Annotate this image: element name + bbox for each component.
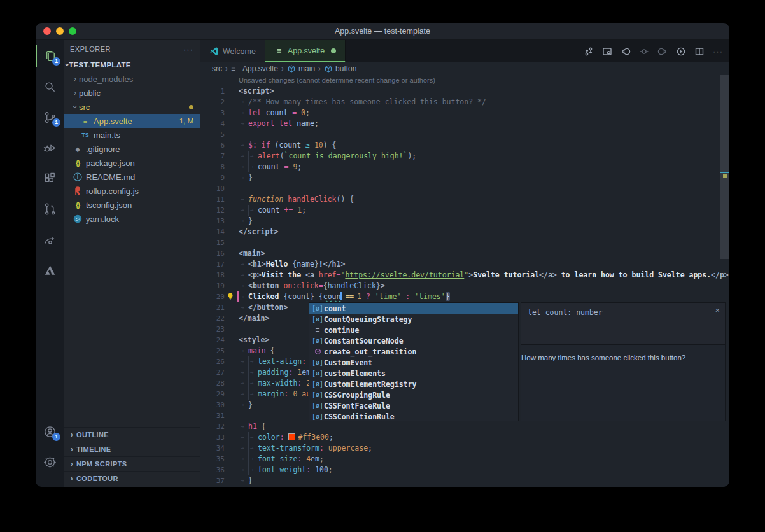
suggestion-count[interactable]: [ø]count xyxy=(309,303,518,314)
code-line[interactable]: 3let count = 0; xyxy=(200,108,729,118)
activity-live-share[interactable] xyxy=(36,228,64,250)
code-line[interactable]: 4export let name; xyxy=(200,118,729,129)
close-icon[interactable]: × xyxy=(715,305,720,315)
code-line[interactable]: 19<button on:click={handleClick}> xyxy=(200,281,729,291)
code-line[interactable]: 1<script> xyxy=(200,86,729,97)
code-line[interactable]: 2/** How many times has someone clicked … xyxy=(200,97,729,108)
code-line[interactable]: 32h1 { xyxy=(200,421,729,432)
open-preview-icon[interactable] xyxy=(602,46,612,57)
breadcrumb-button[interactable]: button xyxy=(324,64,356,73)
tour-back-icon[interactable] xyxy=(621,46,631,57)
token: = xyxy=(284,162,293,171)
tour-forward-icon[interactable] xyxy=(657,46,668,57)
indent-guide xyxy=(239,194,248,205)
compare-changes-icon[interactable] xyxy=(584,46,594,57)
line-number: 31 xyxy=(200,410,225,421)
code-line[interactable]: 34text-transform: uppercase; xyxy=(200,443,729,454)
activity-azure[interactable] xyxy=(36,259,64,281)
code-line[interactable]: 35font-size: 4em; xyxy=(200,454,729,465)
active-indent-guide xyxy=(78,114,78,142)
code-line[interactable]: 13} xyxy=(200,216,729,227)
run-tour-icon[interactable] xyxy=(676,46,686,57)
token: <style> xyxy=(239,335,269,344)
tree-item-README.md[interactable]: README.md xyxy=(64,170,200,184)
suggestion-CountQueuingStrategy[interactable]: [ø]CountQueuingStrategy xyxy=(309,314,518,325)
token: ≥ xyxy=(305,141,314,150)
suggestion-CSSGroupingRule[interactable]: [ø]CSSGroupingRule xyxy=(309,389,518,400)
token: handleClick xyxy=(288,195,336,204)
tree-item-.gitignore[interactable]: ◆.gitignore xyxy=(64,142,200,156)
code-line[interactable]: 9} xyxy=(200,172,729,183)
tree-item-main.ts[interactable]: TSmain.ts xyxy=(64,128,200,142)
code-line[interactable]: 14</script> xyxy=(200,227,729,237)
tree-item-tsconfig.json[interactable]: {}tsconfig.json xyxy=(64,198,200,212)
code-line[interactable]: 17<h1>Hello {name}!</h1> xyxy=(200,259,729,270)
suggestion-CustomEvent[interactable]: [ø]CustomEvent xyxy=(309,357,518,368)
breadcrumb-app-svelte[interactable]: ≡App.svelte xyxy=(231,64,278,73)
activity-accounts[interactable]: 1 xyxy=(36,421,64,442)
code-line[interactable]: 10 xyxy=(200,183,729,194)
tour-stop-icon[interactable] xyxy=(639,46,649,57)
breadcrumb-main[interactable]: main xyxy=(287,64,315,73)
tree-item-node_modules[interactable]: ›node_modules xyxy=(64,72,200,86)
code-line[interactable]: 16<main> xyxy=(200,248,729,259)
tree-item-label: main.ts xyxy=(94,130,120,140)
line-content: <main> xyxy=(239,248,265,259)
token: } xyxy=(248,476,253,485)
suggestion-continue[interactable]: ≡continue xyxy=(309,325,518,335)
code-line[interactable]: 15 xyxy=(200,237,729,248)
symbol-cube-icon xyxy=(324,64,333,73)
section-npm-scripts[interactable]: ›NPM SCRIPTS xyxy=(64,456,200,471)
split-editor-icon[interactable] xyxy=(694,46,705,57)
section-timeline[interactable]: ›TIMELINE xyxy=(64,442,200,456)
tree-item-public[interactable]: ›public xyxy=(64,86,200,100)
code-line[interactable]: 18<p>Visit the <a href="https://svelte.d… xyxy=(200,270,729,281)
section-outline[interactable]: ›OUTLINE xyxy=(64,427,200,442)
activity-settings[interactable] xyxy=(36,451,64,473)
tab-app-svelte[interactable]: ≡App.svelte xyxy=(265,40,346,62)
explorer-more-actions-icon[interactable]: ··· xyxy=(183,45,193,54)
suggestion-CSSConditionRule[interactable]: [ø]CSSConditionRule xyxy=(309,411,518,422)
code-line[interactable]: 37} xyxy=(200,475,729,486)
suggestion-customElements[interactable]: [ø]customElements xyxy=(309,368,518,379)
tab-welcome[interactable]: Welcome xyxy=(200,40,265,62)
code-line[interactable]: 33color: #ff3e00; xyxy=(200,432,729,443)
editor-scrollbar[interactable] xyxy=(720,75,729,259)
line-content: let count = 0; xyxy=(239,108,310,118)
code-line[interactable]: 7alert(`count is dangerously high!`); xyxy=(200,151,729,162)
tree-root-test-template[interactable]: › TEST-TEMPLATE xyxy=(64,58,200,72)
activity-github-pull-requests[interactable] xyxy=(36,198,64,220)
editor-content[interactable]: Unsaved changes (cannot determine recent… xyxy=(200,75,729,487)
section-codetour[interactable]: ›CODETOUR xyxy=(64,471,200,486)
tree-item-package.json[interactable]: {}package.json xyxy=(64,156,200,170)
activity-search[interactable] xyxy=(36,76,64,97)
activity-source-control[interactable]: 1 xyxy=(36,106,64,128)
tree-item-src[interactable]: ›src xyxy=(64,100,200,114)
code-line[interactable]: 11function handleClick() { xyxy=(200,194,729,205)
tree-item-yarn.lock[interactable]: yarn.lock xyxy=(64,212,200,226)
suggest-widget: [ø]count[ø]CountQueuingStrategy≡continue… xyxy=(309,302,519,421)
line-number: 9 xyxy=(200,172,225,183)
lightbulb-icon[interactable] xyxy=(226,292,235,301)
more-actions-icon[interactable]: ··· xyxy=(713,46,723,57)
code-line[interactable]: 20Clicked {count} {coun == 1 ? 'time' : … xyxy=(200,291,729,302)
suggestion-ConstantSourceNode[interactable]: [ø]ConstantSourceNode xyxy=(309,335,518,346)
suggestion-CSSFontFaceRule[interactable]: [ø]CSSFontFaceRule xyxy=(309,400,518,411)
tree-item-rollup.config.js[interactable]: rollup.config.js xyxy=(64,184,200,198)
code-line[interactable]: 12count += 1; xyxy=(200,205,729,216)
tree-item-label: src xyxy=(79,102,90,112)
activity-extensions[interactable] xyxy=(36,167,64,189)
symbol-variable-icon: [ø] xyxy=(311,359,324,366)
activity-explorer[interactable]: 1 xyxy=(36,45,64,67)
code-line[interactable]: 36font-weight: 100; xyxy=(200,465,729,475)
code-line[interactable]: 5 xyxy=(200,129,729,140)
code-line[interactable]: 6$: if (count ≥ 10) { xyxy=(200,140,729,151)
suggestion-CustomElementRegistry[interactable]: [ø]CustomElementRegistry xyxy=(309,379,518,389)
suggestion-create_out_transition[interactable]: create_out_transition xyxy=(309,346,518,357)
activity-run-debug[interactable] xyxy=(36,137,64,158)
code-line[interactable]: 8count = 9; xyxy=(200,162,729,172)
breadcrumb-src[interactable]: src xyxy=(212,64,222,73)
line-number: 11 xyxy=(200,194,225,205)
tree-item-App.svelte[interactable]: ≡App.svelte1, M xyxy=(64,114,200,128)
breadcrumb-separator: › xyxy=(225,64,228,73)
